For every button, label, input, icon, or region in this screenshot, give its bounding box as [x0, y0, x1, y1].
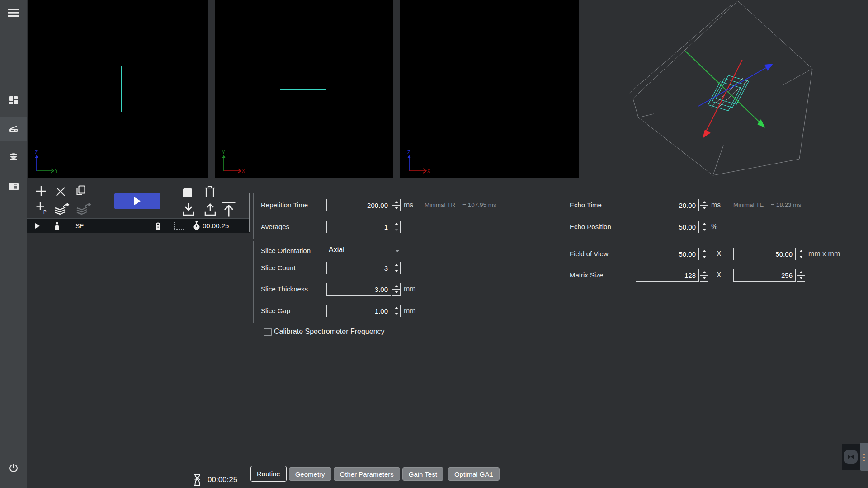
tab-optimal-ga1[interactable]: Optimal GA1	[448, 467, 500, 481]
tr-field: 200.00	[326, 199, 401, 211]
slice-thickness-input[interactable]: 3.00	[326, 283, 391, 296]
step-down-button[interactable]	[392, 227, 400, 233]
add-button[interactable]	[35, 185, 47, 198]
slice-line[interactable]	[118, 66, 118, 112]
slice-line[interactable]	[121, 66, 122, 112]
sidebar-item-scanner[interactable]	[0, 117, 27, 141]
step-up-button[interactable]	[392, 305, 400, 311]
step-down-button[interactable]	[392, 311, 400, 317]
slice-line[interactable]	[114, 66, 114, 112]
tab-geometry[interactable]: Geometry	[289, 467, 331, 481]
layers-arrow-icon	[53, 202, 71, 216]
slice-line[interactable]	[280, 94, 326, 94]
minimal-tr-value: = 107.95 ms	[462, 199, 496, 211]
sequence-play-button[interactable]	[35, 219, 40, 233]
arrow-down-icon	[703, 229, 706, 231]
upload-button[interactable]	[203, 202, 217, 218]
step-down-button[interactable]	[700, 205, 708, 211]
step-down-button[interactable]	[700, 254, 708, 260]
hamburger-icon	[8, 8, 19, 17]
power-button[interactable]	[0, 458, 27, 478]
step-down-button[interactable]	[797, 275, 805, 282]
selection-box[interactable]	[174, 219, 184, 233]
step-up-button[interactable]	[392, 221, 400, 227]
tab-other-parameters[interactable]: Other Parameters	[334, 467, 400, 481]
step-up-button[interactable]	[797, 248, 805, 254]
viewport-sagittal[interactable]: Z Y	[28, 0, 208, 178]
tr-input[interactable]: 200.00	[326, 199, 391, 211]
step-up-button[interactable]	[392, 199, 400, 205]
fov-x-input[interactable]: 50.00	[636, 248, 699, 260]
axes-3d	[685, 51, 773, 138]
arrow-down-icon	[395, 229, 398, 231]
sidebar-item-records[interactable]	[0, 175, 27, 198]
export-stack-button[interactable]	[53, 202, 71, 217]
chevron-down-icon[interactable]	[395, 250, 400, 252]
download-button[interactable]	[182, 202, 195, 218]
slice-line[interactable]	[280, 85, 326, 85]
slice-pack-line[interactable]	[278, 79, 328, 79]
arrow-down-icon	[703, 256, 706, 258]
viewport-3d[interactable]	[579, 0, 868, 183]
menu-button[interactable]	[0, 3, 27, 23]
echo-position-field: 50.00	[636, 221, 708, 233]
arrow-down-icon	[799, 256, 803, 258]
step-up-button[interactable]	[700, 269, 708, 275]
averages-input[interactable]: 1	[326, 221, 391, 233]
delete-button[interactable]	[203, 184, 216, 200]
step-down-button[interactable]	[392, 268, 400, 274]
step-down-button[interactable]	[392, 205, 400, 211]
matrix-x-input[interactable]: 128	[636, 269, 699, 282]
arrow-down-icon	[395, 207, 398, 209]
step-up-button[interactable]	[797, 269, 805, 275]
minimal-te-label: Minimal TE	[733, 199, 764, 211]
sequence-row[interactable]: SE 00:00:25	[27, 218, 250, 233]
tab-gain-test[interactable]: Gain Test	[402, 467, 443, 481]
duplicate-button[interactable]	[74, 184, 87, 198]
stop-button[interactable]	[183, 188, 193, 199]
tab-routine[interactable]: Routine	[250, 466, 287, 482]
matrix-x-field: 128	[636, 269, 708, 282]
step-up-button[interactable]	[700, 248, 708, 254]
add-protocol-button[interactable]: P	[35, 202, 48, 216]
slice-gap-input[interactable]: 1.00	[326, 305, 391, 317]
slice-orientation-dropdown[interactable]: Axial	[329, 246, 344, 254]
tr-label: Repetition Time	[261, 199, 308, 211]
slice-line[interactable]	[280, 89, 326, 90]
remove-button[interactable]	[55, 186, 66, 198]
step-down-button[interactable]	[700, 227, 708, 233]
arrow-up-icon	[799, 271, 803, 273]
step-up-button[interactable]	[700, 199, 708, 205]
arrow-down-icon	[395, 313, 398, 315]
sidebar-item-database[interactable]	[0, 146, 27, 169]
sidebar-item-dashboard[interactable]	[0, 89, 27, 112]
sequence-list-scrollbar[interactable]	[249, 193, 250, 232]
viewport-axial[interactable]: Z X	[400, 0, 579, 178]
echo-position-input[interactable]: 50.00	[636, 221, 699, 233]
calibrate-checkbox[interactable]	[264, 328, 272, 336]
fov-y-stepper	[797, 248, 805, 260]
slice-thickness-stepper	[392, 283, 401, 296]
assistant-button[interactable]	[844, 450, 858, 464]
panel-drag-handle[interactable]	[860, 443, 868, 471]
lock-toggle[interactable]	[155, 219, 161, 233]
matrix-y-input[interactable]: 256	[733, 269, 796, 282]
step-up-button[interactable]	[392, 262, 400, 268]
step-down-button[interactable]	[797, 254, 805, 260]
echo-position-unit: %	[711, 221, 717, 233]
stopwatch-icon	[193, 219, 200, 233]
upload-top-button[interactable]	[221, 201, 236, 218]
slice-gap-stepper	[392, 305, 401, 317]
fov-y-input[interactable]: 50.00	[733, 248, 796, 260]
slice-count-input[interactable]: 3	[326, 262, 391, 274]
viewport-coronal[interactable]: Y X	[215, 0, 393, 178]
slice-thickness-label: Slice Thickness	[261, 283, 308, 296]
export-stack-disabled-button[interactable]	[75, 202, 92, 217]
te-input[interactable]: 20.00	[636, 199, 699, 211]
step-down-button[interactable]	[392, 289, 400, 296]
step-down-button[interactable]	[700, 275, 708, 282]
upload-icon	[203, 202, 217, 217]
step-up-button[interactable]	[700, 221, 708, 227]
step-up-button[interactable]	[392, 283, 400, 289]
run-button[interactable]	[114, 193, 160, 209]
